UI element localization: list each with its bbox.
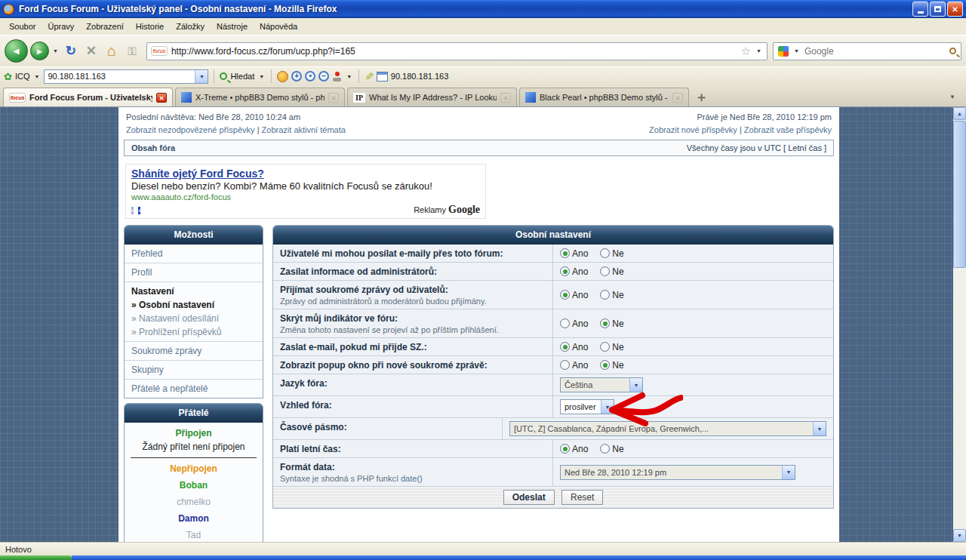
icq-field[interactable]: ▼ <box>44 69 208 84</box>
radio-yes[interactable] <box>560 360 570 370</box>
ad-headline-link[interactable]: Sháníte ojetý Ford Focus? <box>131 168 264 180</box>
radio-no[interactable] <box>600 248 610 258</box>
joystick-dropdown-icon[interactable]: ▼ <box>345 74 353 79</box>
radio-no[interactable] <box>600 360 610 370</box>
tab-blackpearl[interactable]: Black Pearl • phpBB3 Demo stylů - phpB..… <box>519 88 689 106</box>
icq-label[interactable]: ICQ <box>15 72 30 81</box>
ad-prev-button[interactable]: ‹ <box>131 207 134 214</box>
keys-icon[interactable]: ⚿ <box>123 45 141 58</box>
radio-yes[interactable] <box>560 342 570 352</box>
ad-attribution[interactable]: Reklamy Google <box>414 204 480 216</box>
tab-whatismyip[interactable]: IP What Is My IP Address? - IP Lookup Re… <box>347 88 517 106</box>
radio-yes[interactable] <box>560 318 570 328</box>
minimize-button[interactable] <box>912 2 928 17</box>
menu-soubor[interactable]: Soubor <box>3 20 42 33</box>
menu-zobrazeni[interactable]: Zobrazení <box>80 20 130 33</box>
radio-no[interactable] <box>600 290 610 300</box>
hledat-dropdown-icon[interactable]: ▼ <box>257 74 266 79</box>
tab-close-icon[interactable]: ✕ <box>328 93 339 103</box>
history-dropdown-icon[interactable]: ▼ <box>51 48 60 54</box>
radio-no[interactable] <box>600 318 610 328</box>
hledat-button[interactable]: Hledat <box>230 72 254 81</box>
radio-yes[interactable] <box>560 444 570 454</box>
dateformat-select[interactable]: Ned Bře 28, 2010 12:19 pm ▼ <box>560 465 795 480</box>
scroll-down-icon[interactable]: ▼ <box>953 529 966 542</box>
ad-next-button[interactable]: › <box>138 207 140 214</box>
icq-field-dropdown-icon[interactable]: ▼ <box>195 70 208 83</box>
sidebar-item-skupiny[interactable]: Skupiny <box>125 360 263 379</box>
windows-taskbar <box>0 555 966 560</box>
url-bar[interactable]: focus ☆ ▼ <box>146 42 768 60</box>
zoom-reset-icon[interactable]: • <box>305 71 315 82</box>
date-function-link[interactable]: date() <box>401 474 423 483</box>
start-button[interactable] <box>0 555 72 560</box>
radio-no[interactable] <box>600 266 610 276</box>
joystick-icon[interactable] <box>332 72 342 82</box>
search-input[interactable] <box>804 46 946 57</box>
tab-close-icon[interactable]: ✕ <box>500 93 511 103</box>
language-select[interactable]: Čeština ▼ <box>560 377 643 392</box>
sidebar-item-prohlizeni-prispevku[interactable]: » Prohlížení příspěvků <box>131 324 256 337</box>
forward-button[interactable]: ► <box>30 42 49 60</box>
link-your-posts[interactable]: Zobrazit vaše příspěvky <box>744 125 832 134</box>
friend-link[interactable]: chmelko <box>128 497 260 507</box>
sidebar-item-pratele-a-nepratele[interactable]: Přátelé a nepřátelé <box>125 379 263 398</box>
radio-yes[interactable] <box>560 290 570 300</box>
close-button[interactable]: ✕ <box>947 2 963 17</box>
restore-button[interactable] <box>930 2 946 17</box>
reload-icon[interactable]: ↻ <box>62 43 80 59</box>
breadcrumb[interactable]: Obsah fóra <box>131 143 175 152</box>
tab-close-icon[interactable]: ✕ <box>156 93 167 103</box>
home-icon[interactable]: ⌂ <box>103 42 121 60</box>
scroll-up-icon[interactable]: ▲ <box>953 107 966 120</box>
link-unanswered-posts[interactable]: Zobrazit nezodpovězené příspěvky <box>126 125 255 134</box>
zoom-in-icon[interactable]: + <box>291 71 302 82</box>
icq-dropdown-icon[interactable]: ▼ <box>32 74 41 79</box>
friend-link[interactable]: Boban <box>128 480 260 491</box>
tab-xtreme[interactable]: X-Treme • phpBB3 Demo stylů - phpBB3... … <box>175 88 345 106</box>
smiley-icon[interactable] <box>277 71 288 82</box>
submit-button[interactable]: Odeslat <box>503 490 555 505</box>
stop-icon[interactable]: ✕ <box>82 43 100 59</box>
radio-yes[interactable] <box>560 248 570 258</box>
list-all-tabs-icon[interactable]: ▼ <box>942 94 963 106</box>
friend-link[interactable]: Damon <box>128 513 260 524</box>
vertical-scrollbar[interactable]: ▲ ▼ <box>953 107 966 542</box>
tab-close-icon[interactable]: ✕ <box>672 93 683 103</box>
style-select[interactable]: prosilver ▼ <box>560 399 614 414</box>
menu-upravy[interactable]: Úpravy <box>42 20 80 33</box>
radio-no[interactable] <box>600 342 610 352</box>
scrollbar-thumb[interactable] <box>953 121 966 268</box>
highlighter-icon[interactable]: ✎ <box>363 72 375 81</box>
tab-ford-focus[interactable]: focus Ford Focus Forum - Uživatelský p..… <box>3 88 173 106</box>
menu-zalozky[interactable]: Záložky <box>170 20 211 33</box>
reset-button[interactable]: Reset <box>561 490 603 505</box>
search-box[interactable]: ▼ <box>773 42 961 60</box>
timezone-select[interactable]: [UTC, Z] Casablanca, Západní Evropa, Gre… <box>509 421 826 436</box>
bookmark-star-icon[interactable]: ☆ <box>741 45 751 58</box>
icq-field-input[interactable] <box>45 72 195 81</box>
sidebar-item-prehled[interactable]: Přehled <box>125 245 263 263</box>
back-button[interactable]: ◄ <box>5 39 28 63</box>
menu-historie[interactable]: Historie <box>130 20 170 33</box>
link-active-topics[interactable]: Zobrazit aktivní témata <box>262 125 346 134</box>
search-magnifier-icon[interactable] <box>949 48 956 54</box>
menu-napoveda[interactable]: Nápověda <box>254 20 303 33</box>
sidebar-item-profil[interactable]: Profil <box>125 263 263 282</box>
link-new-posts[interactable]: Zobrazit nové příspěvky <box>649 125 737 134</box>
url-dropdown-icon[interactable]: ▼ <box>755 48 763 54</box>
search-engine-dropdown-icon[interactable]: ▼ <box>792 48 801 54</box>
zoom-out-icon[interactable]: − <box>318 71 329 82</box>
sidebar-item-nastaveni[interactable]: Nastavení <box>131 286 256 297</box>
ip-window-icon[interactable] <box>377 72 388 82</box>
menu-nastroje[interactable]: Nástroje <box>211 20 254 33</box>
radio-no[interactable] <box>600 444 610 454</box>
friend-link[interactable]: Tad <box>128 530 260 540</box>
sidebar-item-nastaveni-odesilani[interactable]: » Nastavení odesílání <box>131 310 256 324</box>
radio-yes[interactable] <box>560 266 570 276</box>
chevron-down-icon: ▼ <box>782 466 795 479</box>
sidebar-item-soukrome-zpravy[interactable]: Soukromé zprávy <box>125 341 263 360</box>
new-tab-button[interactable]: ✛ <box>691 92 712 106</box>
url-input[interactable] <box>171 46 737 57</box>
sidebar-item-osobni-nastaveni[interactable]: » Osobní nastavení <box>131 297 256 310</box>
